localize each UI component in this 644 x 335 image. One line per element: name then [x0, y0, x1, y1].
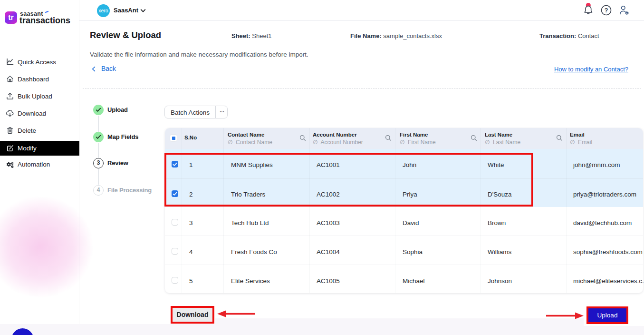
svg-text:?: ? [605, 7, 608, 14]
